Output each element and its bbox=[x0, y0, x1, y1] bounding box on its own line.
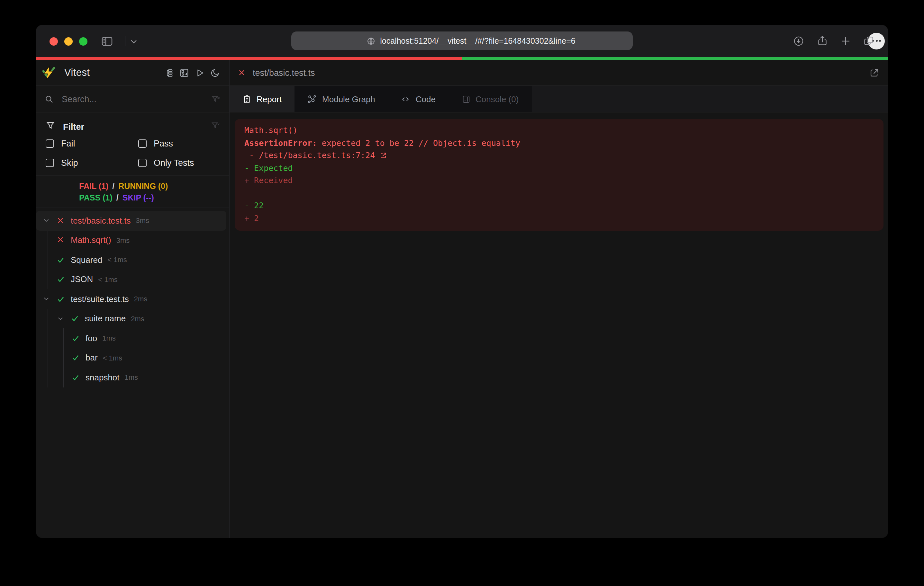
test-label: suite name bbox=[85, 314, 126, 324]
test-label: test/suite.test.ts bbox=[71, 294, 129, 304]
fail-icon bbox=[56, 217, 65, 225]
tab-label: Report bbox=[257, 94, 282, 104]
checkbox-icon[interactable] bbox=[46, 140, 54, 148]
sidebar-toggle-icon[interactable] bbox=[100, 35, 114, 48]
address-bar[interactable]: localhost:51204/__vitest__/#/?file=16484… bbox=[291, 31, 633, 50]
search-input[interactable] bbox=[62, 94, 203, 104]
progress-pass-segment bbox=[462, 57, 888, 60]
tree-row[interactable]: JSON< 1ms bbox=[36, 270, 229, 289]
tab-module-graph[interactable]: Module Graph bbox=[294, 86, 388, 112]
pass-icon bbox=[56, 256, 65, 264]
test-duration: 2ms bbox=[134, 295, 148, 303]
zoom-window-button[interactable] bbox=[79, 37, 87, 46]
tree-row[interactable]: foo1ms bbox=[36, 328, 229, 348]
dark-mode-toggle-icon[interactable] bbox=[210, 68, 220, 77]
pass-icon bbox=[71, 334, 80, 342]
pass-icon bbox=[71, 354, 80, 362]
fail-count: FAIL (1) bbox=[79, 181, 108, 191]
tab-report[interactable]: Report bbox=[229, 86, 294, 112]
report-line: AssertionError: expected 2 to be 22 // O… bbox=[244, 137, 876, 149]
report-line: - Expected bbox=[244, 161, 876, 174]
module-graph-icon bbox=[307, 94, 317, 104]
test-duration: 1ms bbox=[125, 374, 138, 381]
test-progress-bar bbox=[36, 57, 888, 60]
report-line: - 22 bbox=[244, 199, 876, 212]
filter-checkbox-only-tests[interactable]: Only Tests bbox=[138, 158, 194, 168]
external-link-icon[interactable] bbox=[375, 150, 387, 160]
filter-checkbox-pass[interactable]: Pass bbox=[138, 139, 194, 148]
tree-row[interactable]: Math.sqrt()3ms bbox=[36, 230, 229, 250]
tab-label: Code bbox=[416, 94, 436, 104]
separator: / bbox=[116, 193, 119, 202]
separator: / bbox=[112, 181, 114, 191]
pass-icon bbox=[71, 314, 79, 323]
browser-window: localhost:51204/__vitest__/#/?file=16484… bbox=[36, 25, 888, 538]
chevron-down-icon[interactable] bbox=[43, 295, 53, 303]
open-in-editor-icon[interactable] bbox=[869, 67, 879, 78]
report-line: + 2 bbox=[244, 212, 876, 224]
tree-row[interactable]: suite name2ms bbox=[36, 309, 229, 328]
search-bar bbox=[36, 86, 229, 112]
checkbox-label: Fail bbox=[61, 139, 75, 148]
pass-icon bbox=[56, 295, 65, 303]
tab-overview-icon[interactable] bbox=[863, 35, 874, 47]
test-duration: < 1ms bbox=[107, 256, 127, 264]
main-panel: test/basic.test.ts ReportModule GraphCod… bbox=[229, 60, 888, 538]
fail-icon bbox=[56, 236, 65, 245]
app-title: Vitest bbox=[64, 67, 90, 78]
progress-fail-segment bbox=[36, 57, 462, 60]
tab-console-0[interactable]: Console (0) bbox=[449, 86, 531, 112]
tree-row[interactable]: test/suite.test.ts2ms bbox=[36, 289, 229, 309]
globe-icon bbox=[366, 36, 376, 45]
test-label: JSON bbox=[71, 275, 93, 284]
checkbox-icon[interactable] bbox=[46, 159, 54, 167]
checkbox-icon[interactable] bbox=[138, 140, 147, 148]
screen: localhost:51204/__vitest__/#/?file=16484… bbox=[0, 0, 924, 586]
view-mode-icon[interactable] bbox=[165, 68, 173, 77]
run-summary: FAIL (1) / RUNNING (0) PASS (1) / SKIP (… bbox=[36, 176, 229, 208]
checkbox-label: Only Tests bbox=[153, 158, 194, 168]
tab-code[interactable]: Code bbox=[388, 86, 449, 112]
test-tree: test/basic.test.ts3msMath.sqrt()3msSquar… bbox=[36, 208, 229, 538]
test-duration: < 1ms bbox=[103, 354, 122, 362]
tree-row[interactable]: bar< 1ms bbox=[36, 348, 229, 367]
tree-row[interactable]: snapshot1ms bbox=[36, 367, 229, 387]
vitest-logo-icon bbox=[41, 65, 56, 80]
report-line bbox=[244, 187, 876, 199]
chevron-down-icon[interactable] bbox=[56, 315, 67, 323]
test-duration: 2ms bbox=[131, 315, 144, 323]
search-icon bbox=[45, 94, 54, 104]
chevron-down-icon[interactable] bbox=[130, 39, 138, 44]
test-duration: < 1ms bbox=[98, 276, 118, 283]
clear-search-filter-icon[interactable] bbox=[211, 94, 221, 104]
test-label: snapshot bbox=[86, 373, 120, 382]
filter-section: Filter FailPassSkipOnly Tests bbox=[36, 112, 229, 176]
tab-label: Module Graph bbox=[322, 94, 375, 104]
clear-filters-icon[interactable] bbox=[211, 121, 221, 130]
fail-icon bbox=[238, 69, 246, 76]
tree-row[interactable]: test/basic.test.ts3ms bbox=[36, 211, 226, 230]
share-icon[interactable] bbox=[817, 35, 828, 47]
checkbox-label: Skip bbox=[61, 158, 78, 168]
new-tab-icon[interactable] bbox=[840, 35, 851, 47]
skip-count: SKIP (--) bbox=[122, 193, 154, 202]
downloads-icon[interactable] bbox=[793, 35, 804, 47]
test-label: foo bbox=[86, 334, 97, 343]
filter-checkbox-skip[interactable]: Skip bbox=[46, 158, 138, 168]
console-icon bbox=[461, 94, 470, 104]
close-window-button[interactable] bbox=[50, 37, 58, 46]
report-icon bbox=[243, 94, 251, 104]
filter-checkbox-fail[interactable]: Fail bbox=[46, 139, 138, 148]
test-duration: 1ms bbox=[102, 334, 116, 342]
minimize-window-button[interactable] bbox=[64, 37, 73, 46]
pass-count: PASS (1) bbox=[79, 193, 112, 202]
run-all-icon[interactable] bbox=[195, 68, 205, 77]
chevron-down-icon[interactable] bbox=[43, 217, 53, 225]
checkbox-icon[interactable] bbox=[138, 159, 147, 167]
sidebar: Vitest bbox=[36, 60, 229, 538]
tree-row[interactable]: Squared< 1ms bbox=[36, 250, 229, 270]
pass-icon bbox=[56, 275, 65, 284]
dashboard-icon[interactable] bbox=[180, 68, 189, 77]
report-line: + Received bbox=[244, 174, 876, 187]
pass-icon bbox=[71, 373, 80, 382]
